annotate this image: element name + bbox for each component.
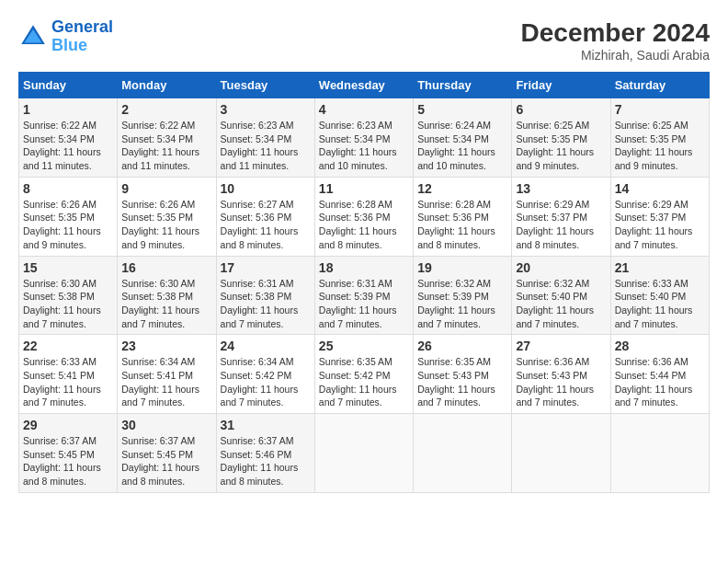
- calendar-cell: 25Sunrise: 6:35 AM Sunset: 5:42 PM Dayli…: [314, 335, 413, 414]
- day-number: 1: [23, 102, 113, 117]
- day-info: Sunrise: 6:34 AM Sunset: 5:42 PM Dayligh…: [221, 355, 311, 409]
- day-number: 25: [319, 339, 409, 353]
- calendar-cell: 11Sunrise: 6:28 AM Sunset: 5:36 PM Dayli…: [314, 177, 413, 256]
- day-info: Sunrise: 6:32 AM Sunset: 5:39 PM Dayligh…: [417, 277, 507, 331]
- day-info: Sunrise: 6:32 AM Sunset: 5:40 PM Dayligh…: [516, 277, 606, 331]
- calendar-cell: 12Sunrise: 6:28 AM Sunset: 5:36 PM Dayli…: [414, 177, 512, 256]
- calendar-cell: 4Sunrise: 6:23 AM Sunset: 5:34 PM Daylig…: [314, 98, 413, 178]
- day-number: 13: [516, 181, 606, 196]
- day-info: Sunrise: 6:26 AM Sunset: 5:35 PM Dayligh…: [121, 198, 211, 252]
- calendar-cell: 23Sunrise: 6:34 AM Sunset: 5:41 PM Dayli…: [118, 335, 216, 414]
- header-cell-tuesday: Tuesday: [216, 73, 314, 98]
- day-info: Sunrise: 6:22 AM Sunset: 5:34 PM Dayligh…: [23, 119, 113, 173]
- calendar-cell: 28Sunrise: 6:36 AM Sunset: 5:44 PM Dayli…: [610, 335, 709, 414]
- calendar-cell: 21Sunrise: 6:33 AM Sunset: 5:40 PM Dayli…: [610, 256, 709, 335]
- day-info: Sunrise: 6:31 AM Sunset: 5:39 PM Dayligh…: [319, 277, 409, 331]
- calendar-cell: 22Sunrise: 6:33 AM Sunset: 5:41 PM Dayli…: [19, 335, 118, 414]
- calendar-cell: 29Sunrise: 6:37 AM Sunset: 5:45 PM Dayli…: [19, 414, 118, 493]
- calendar-week-2: 8Sunrise: 6:26 AM Sunset: 5:35 PM Daylig…: [19, 177, 710, 256]
- day-info: Sunrise: 6:25 AM Sunset: 5:35 PM Dayligh…: [615, 119, 705, 173]
- calendar-cell: 1Sunrise: 6:22 AM Sunset: 5:34 PM Daylig…: [19, 98, 118, 178]
- calendar-cell: 17Sunrise: 6:31 AM Sunset: 5:38 PM Dayli…: [216, 256, 314, 335]
- day-number: 8: [23, 181, 113, 196]
- day-number: 7: [615, 102, 705, 117]
- calendar-cell: 30Sunrise: 6:37 AM Sunset: 5:45 PM Dayli…: [118, 414, 216, 493]
- day-info: Sunrise: 6:36 AM Sunset: 5:43 PM Dayligh…: [516, 355, 606, 409]
- page-header: GeneralBlue December 2024 Mizhirah, Saud…: [18, 18, 710, 63]
- day-info: Sunrise: 6:29 AM Sunset: 5:37 PM Dayligh…: [516, 198, 606, 252]
- day-number: 20: [516, 260, 606, 275]
- header-cell-monday: Monday: [118, 73, 216, 98]
- day-number: 15: [23, 260, 113, 275]
- calendar-week-5: 29Sunrise: 6:37 AM Sunset: 5:45 PM Dayli…: [19, 414, 710, 493]
- logo: GeneralBlue: [18, 18, 113, 55]
- location: Mizhirah, Saudi Arabia: [521, 48, 710, 63]
- header-cell-thursday: Thursday: [414, 73, 512, 98]
- header-cell-sunday: Sunday: [19, 73, 118, 98]
- title-block: December 2024 Mizhirah, Saudi Arabia: [521, 18, 710, 63]
- calendar-cell: 6Sunrise: 6:25 AM Sunset: 5:35 PM Daylig…: [512, 98, 610, 178]
- day-number: 9: [121, 181, 211, 196]
- calendar-cell: 10Sunrise: 6:27 AM Sunset: 5:36 PM Dayli…: [216, 177, 314, 256]
- calendar-cell: 18Sunrise: 6:31 AM Sunset: 5:39 PM Dayli…: [314, 256, 413, 335]
- day-number: 4: [319, 102, 409, 117]
- calendar-cell: 7Sunrise: 6:25 AM Sunset: 5:35 PM Daylig…: [610, 98, 709, 178]
- header-cell-wednesday: Wednesday: [314, 73, 413, 98]
- calendar-cell: [610, 414, 709, 493]
- day-number: 30: [121, 418, 211, 432]
- day-number: 31: [221, 418, 311, 432]
- logo-text: GeneralBlue: [51, 18, 113, 55]
- calendar-table: SundayMondayTuesdayWednesdayThursdayFrid…: [18, 72, 710, 493]
- day-number: 24: [221, 339, 311, 353]
- day-number: 17: [221, 260, 311, 275]
- calendar-cell: 26Sunrise: 6:35 AM Sunset: 5:43 PM Dayli…: [414, 335, 512, 414]
- day-info: Sunrise: 6:35 AM Sunset: 5:43 PM Dayligh…: [417, 355, 507, 409]
- header-row: SundayMondayTuesdayWednesdayThursdayFrid…: [19, 73, 710, 98]
- day-info: Sunrise: 6:36 AM Sunset: 5:44 PM Dayligh…: [615, 355, 705, 409]
- calendar-cell: 20Sunrise: 6:32 AM Sunset: 5:40 PM Dayli…: [512, 256, 610, 335]
- day-number: 27: [516, 339, 606, 353]
- calendar-week-3: 15Sunrise: 6:30 AM Sunset: 5:38 PM Dayli…: [19, 256, 710, 335]
- calendar-cell: 5Sunrise: 6:24 AM Sunset: 5:34 PM Daylig…: [414, 98, 512, 178]
- calendar-cell: 15Sunrise: 6:30 AM Sunset: 5:38 PM Dayli…: [19, 256, 118, 335]
- day-number: 6: [516, 102, 606, 117]
- day-number: 26: [417, 339, 507, 353]
- day-info: Sunrise: 6:33 AM Sunset: 5:40 PM Dayligh…: [615, 277, 705, 331]
- day-number: 21: [615, 260, 705, 275]
- calendar-cell: 3Sunrise: 6:23 AM Sunset: 5:34 PM Daylig…: [216, 98, 314, 178]
- day-info: Sunrise: 6:37 AM Sunset: 5:46 PM Dayligh…: [221, 434, 311, 488]
- day-number: 10: [221, 181, 311, 196]
- day-number: 14: [615, 181, 705, 196]
- day-info: Sunrise: 6:23 AM Sunset: 5:34 PM Dayligh…: [221, 119, 311, 173]
- calendar-cell: [414, 414, 512, 493]
- day-info: Sunrise: 6:31 AM Sunset: 5:38 PM Dayligh…: [221, 277, 311, 331]
- day-info: Sunrise: 6:37 AM Sunset: 5:45 PM Dayligh…: [121, 434, 211, 488]
- calendar-cell: 14Sunrise: 6:29 AM Sunset: 5:37 PM Dayli…: [610, 177, 709, 256]
- day-info: Sunrise: 6:24 AM Sunset: 5:34 PM Dayligh…: [417, 119, 507, 173]
- day-info: Sunrise: 6:25 AM Sunset: 5:35 PM Dayligh…: [516, 119, 606, 173]
- calendar-cell: 27Sunrise: 6:36 AM Sunset: 5:43 PM Dayli…: [512, 335, 610, 414]
- day-number: 2: [121, 102, 211, 117]
- day-info: Sunrise: 6:29 AM Sunset: 5:37 PM Dayligh…: [615, 198, 705, 252]
- day-number: 11: [319, 181, 409, 196]
- day-info: Sunrise: 6:30 AM Sunset: 5:38 PM Dayligh…: [23, 277, 113, 331]
- calendar-cell: 31Sunrise: 6:37 AM Sunset: 5:46 PM Dayli…: [216, 414, 314, 493]
- logo-icon: [18, 22, 48, 52]
- month-year: December 2024: [521, 18, 710, 48]
- header-cell-saturday: Saturday: [610, 73, 709, 98]
- day-number: 23: [121, 339, 211, 353]
- day-info: Sunrise: 6:28 AM Sunset: 5:36 PM Dayligh…: [417, 198, 507, 252]
- calendar-cell: 8Sunrise: 6:26 AM Sunset: 5:35 PM Daylig…: [19, 177, 118, 256]
- day-info: Sunrise: 6:34 AM Sunset: 5:41 PM Dayligh…: [121, 355, 211, 409]
- day-info: Sunrise: 6:33 AM Sunset: 5:41 PM Dayligh…: [23, 355, 113, 409]
- day-info: Sunrise: 6:28 AM Sunset: 5:36 PM Dayligh…: [319, 198, 409, 252]
- calendar-cell: 16Sunrise: 6:30 AM Sunset: 5:38 PM Dayli…: [118, 256, 216, 335]
- calendar-cell: 13Sunrise: 6:29 AM Sunset: 5:37 PM Dayli…: [512, 177, 610, 256]
- calendar-cell: 9Sunrise: 6:26 AM Sunset: 5:35 PM Daylig…: [118, 177, 216, 256]
- day-number: 16: [121, 260, 211, 275]
- day-info: Sunrise: 6:30 AM Sunset: 5:38 PM Dayligh…: [121, 277, 211, 331]
- day-number: 5: [417, 102, 507, 117]
- day-number: 22: [23, 339, 113, 353]
- day-number: 12: [417, 181, 507, 196]
- day-number: 29: [23, 418, 113, 432]
